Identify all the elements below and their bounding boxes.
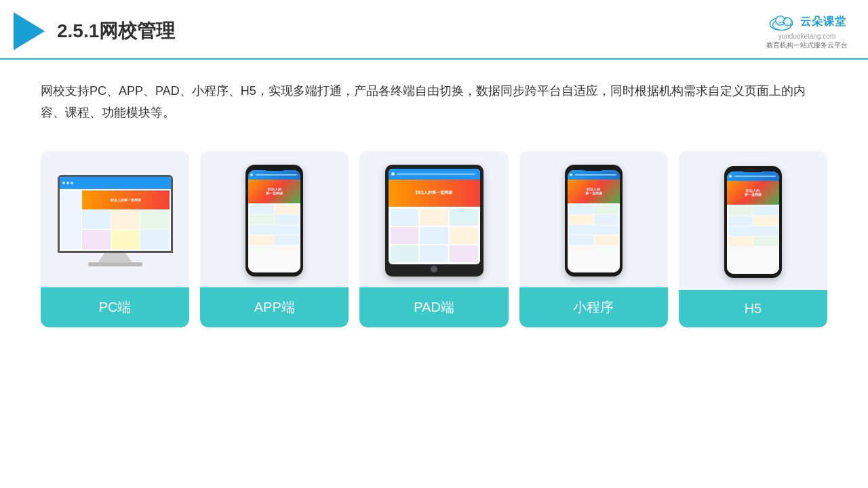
brand-logo: 云朵课堂 bbox=[768, 12, 846, 31]
cards-container: 职达人的第一堂网课 bbox=[41, 151, 827, 327]
card-miniapp-image: 职达人的第一堂网课 bbox=[519, 151, 668, 287]
description-text: 网校支持PC、APP、PAD、小程序、H5，实现多端打通，产品各终端自由切换，数… bbox=[41, 80, 827, 124]
brand-name: 云朵课堂 bbox=[800, 15, 846, 29]
card-app: 职达人的第一堂网课 bbox=[200, 151, 349, 327]
card-pad-image: 职达人的第一堂网课 bbox=[359, 151, 508, 287]
card-h5-image: 职达人的第一堂网课 bbox=[679, 151, 827, 290]
cloud-icon bbox=[768, 12, 796, 31]
card-miniapp-label: 小程序 bbox=[519, 287, 668, 327]
card-app-image: 职达人的第一堂网课 bbox=[200, 151, 349, 287]
card-pc: 职达人的第一堂网课 bbox=[41, 151, 189, 327]
card-pc-label: PC端 bbox=[41, 287, 189, 327]
pad-tablet-icon: 职达人的第一堂网课 bbox=[385, 165, 484, 277]
card-pad-label: PAD端 bbox=[359, 287, 508, 327]
logo-icon bbox=[14, 12, 45, 50]
card-pc-image: 职达人的第一堂网课 bbox=[41, 151, 189, 287]
brand-subtitle: 教育机构一站式服务云平台 bbox=[766, 41, 848, 50]
h5-phone-icon: 职达人的第一堂网课 bbox=[724, 166, 782, 278]
card-h5-label: H5 bbox=[679, 290, 827, 327]
brand-area: 云朵课堂 yunduoketang.com 教育机构一站式服务云平台 bbox=[766, 12, 848, 50]
app-phone-icon: 职达人的第一堂网课 bbox=[245, 165, 303, 277]
pc-monitor-icon: 职达人的第一堂网课 bbox=[58, 175, 173, 266]
main-content: 网校支持PC、APP、PAD、小程序、H5，实现多端打通，产品各终端自由切换，数… bbox=[0, 60, 868, 341]
miniapp-phone-icon: 职达人的第一堂网课 bbox=[565, 165, 623, 277]
svg-point-4 bbox=[784, 18, 792, 26]
card-h5: 职达人的第一堂网课 bbox=[679, 151, 827, 327]
card-pad: 职达人的第一堂网课 bbox=[359, 151, 508, 327]
page-title: 2.5.1网校管理 bbox=[57, 18, 175, 44]
header: 2.5.1网校管理 云朵课堂 yunduoketang.com 教育机构一站式服… bbox=[0, 0, 868, 60]
header-left: 2.5.1网校管理 bbox=[14, 12, 175, 50]
card-miniapp: 职达人的第一堂网课 bbox=[519, 151, 668, 327]
brand-url: yunduoketang.com bbox=[778, 33, 836, 40]
card-app-label: APP端 bbox=[200, 287, 349, 327]
monitor-screen: 职达人的第一堂网课 bbox=[58, 175, 173, 253]
